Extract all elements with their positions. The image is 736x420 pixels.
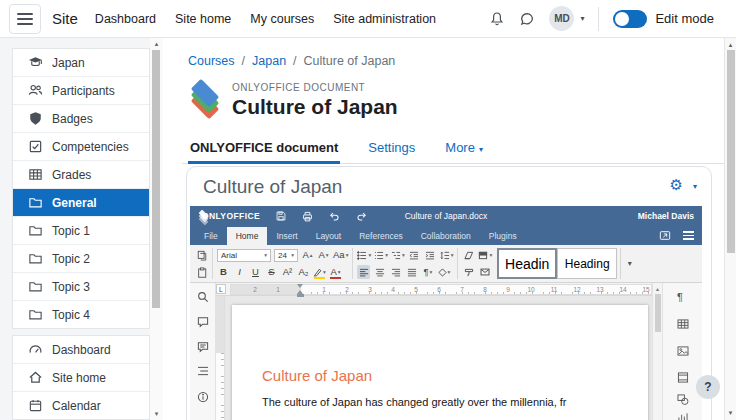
align-justify-button[interactable] [405,265,418,279]
tab-stop-selector[interactable]: L [216,284,226,294]
italic-button[interactable]: I [233,265,246,279]
font-color-button[interactable]: A▾ [329,265,342,279]
drawer-scrollbar-thumb[interactable] [152,50,160,308]
user-avatar[interactable]: MD [549,6,574,31]
font-shrink-button[interactable]: A▾ [317,248,330,262]
highlight-color-button[interactable]: ▾ [313,265,326,279]
line-spacing-button[interactable]: ▾ [440,248,454,262]
messages-icon[interactable] [519,11,535,27]
search-icon[interactable] [197,291,209,303]
style-heading-2[interactable]: Heading [557,248,617,279]
tab-settings[interactable]: Settings [366,132,417,163]
sidebar-item-competencies[interactable]: Competencies [13,133,149,161]
indent-marker[interactable] [297,284,304,297]
drawer-scrollbar[interactable]: ▴ ▾ [150,38,163,420]
document-page[interactable]: Culture of Japan The culture of Japan ha… [232,305,648,420]
table-settings-icon[interactable] [677,319,689,329]
image-settings-icon[interactable] [677,346,689,356]
paragraph-settings-icon[interactable]: ¶ [677,292,683,303]
scroll-down-icon[interactable]: ▾ [725,409,736,417]
underline-button[interactable]: U [249,265,262,279]
notifications-bell-icon[interactable] [489,11,505,27]
sidebar-item-participants[interactable]: Participants [13,77,149,105]
editor-tab-file[interactable]: File [195,227,227,245]
sidebar-item-topic-2[interactable]: Topic 2 [13,245,149,273]
vertical-ruler[interactable] [216,296,225,420]
sidebar-item-dashboard[interactable]: Dashboard [13,336,149,364]
style-heading-1[interactable]: Headin [497,248,557,279]
site-brand[interactable]: Site [52,10,78,27]
editor-tab-home[interactable]: Home [227,227,268,245]
gear-icon[interactable]: ⚙ [670,177,683,192]
numbering-button[interactable]: ▾ [374,248,388,262]
about-info-icon[interactable] [197,391,209,403]
editor-tab-layout[interactable]: Layout [307,227,351,245]
subscript-button[interactable]: A₂ [297,265,310,279]
sidebar-item-site-home[interactable]: Site home [13,364,149,392]
nav-my-courses[interactable]: My courses [250,12,314,26]
scroll-up-icon[interactable]: ▴ [653,285,662,292]
tab-more[interactable]: More▾ [443,132,485,163]
chat-icon[interactable] [197,341,209,353]
view-settings-icon[interactable] [683,231,694,240]
superscript-button[interactable]: A² [281,265,294,279]
chevron-down-icon[interactable]: ▾ [693,182,697,191]
font-size-select[interactable]: 24▾ [274,249,298,262]
align-right-button[interactable] [389,265,402,279]
copy-style-button[interactable] [462,265,475,279]
sidebar-item-topic-1[interactable]: Topic 1 [13,217,149,245]
sidebar-item-japan[interactable]: Japan [13,49,149,77]
change-case-button[interactable]: Aa▾ [333,248,348,262]
shape-settings-icon[interactable] [677,394,689,405]
editor-tab-insert[interactable]: Insert [267,227,306,245]
bold-button[interactable]: B [217,265,230,279]
edit-mode-toggle[interactable] [613,10,647,28]
page-scrollbar[interactable]: ▴ ▾ [724,38,736,420]
breadcrumb-japan[interactable]: Japan [252,54,286,68]
nav-site-administration[interactable]: Site administration [333,12,436,26]
editor-tab-collaboration[interactable]: Collaboration [412,227,480,245]
clear-style-button[interactable] [462,248,475,262]
scroll-up-icon[interactable]: ▴ [150,40,163,48]
user-menu-caret-icon[interactable]: ▾ [580,14,584,23]
page-color-button[interactable]: ▾ [478,248,492,262]
help-button[interactable]: ? [696,375,720,399]
sidebar-item-badges[interactable]: Badges [13,105,149,133]
chart-settings-icon[interactable] [677,412,689,420]
tab-onlyoffice-document[interactable]: ONLYOFFICE document [188,132,340,163]
print-icon[interactable] [302,211,313,222]
paste-button[interactable] [195,265,208,279]
decrease-indent-button[interactable] [408,248,421,262]
align-center-button[interactable] [373,265,386,279]
copy-button[interactable] [195,248,208,262]
horizontal-ruler[interactable]: 2 1 1 2 3 4 5 6 7 8 9 10 [230,284,652,295]
undo-icon[interactable] [329,211,340,221]
editor-scrollbar[interactable]: ▴ [652,283,662,420]
style-gallery-expand-button[interactable]: ▾ [620,248,638,279]
open-file-location-icon[interactable] [659,230,671,241]
redo-icon[interactable] [356,211,367,221]
sidebar-item-general[interactable]: General [13,189,149,217]
font-grow-button[interactable]: A▴ [301,248,314,262]
breadcrumb-courses[interactable]: Courses [188,54,235,68]
align-left-button[interactable] [357,265,370,279]
header-footer-settings-icon[interactable] [677,372,689,383]
navigation-headings-icon[interactable] [197,366,209,376]
drawer-toggle-button[interactable] [9,4,41,34]
bullets-button[interactable]: ▾ [357,248,371,262]
page-scrollbar-thumb[interactable] [727,50,735,253]
comments-icon[interactable] [197,316,209,328]
nonprinting-characters-button[interactable]: ¶▾ [421,265,434,279]
nav-dashboard[interactable]: Dashboard [95,12,156,26]
strikethrough-button[interactable]: S [265,265,278,279]
editor-scrollbar-thumb[interactable] [655,294,661,332]
editor-tab-references[interactable]: References [350,227,411,245]
scroll-up-icon[interactable]: ▴ [725,41,736,49]
shading-button[interactable]: ▾ [437,265,450,279]
sidebar-item-topic-3[interactable]: Topic 3 [13,273,149,301]
increase-indent-button[interactable] [424,248,437,262]
sidebar-item-topic-4[interactable]: Topic 4 [13,301,149,328]
mailmerge-button[interactable] [478,265,491,279]
save-icon[interactable] [276,211,286,221]
multilevel-list-button[interactable]: ▾ [391,248,405,262]
